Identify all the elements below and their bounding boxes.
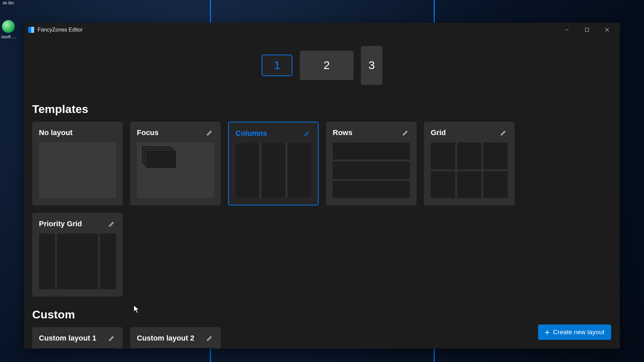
template-card-columns[interactable]: Columns xyxy=(228,122,319,205)
monitor-1-label: 1 xyxy=(274,59,280,72)
pencil-icon xyxy=(500,129,507,136)
svg-rect-1 xyxy=(585,28,589,32)
template-title: Focus xyxy=(137,128,159,137)
desktop-label-recycle: de Bin xyxy=(0,1,20,5)
edit-button-custom-2[interactable] xyxy=(205,334,214,343)
minimize-icon xyxy=(565,27,569,32)
create-new-layout-button[interactable]: + Create new layout xyxy=(538,324,611,340)
edit-button-grid[interactable] xyxy=(499,128,508,137)
edge-icon xyxy=(2,20,15,33)
monitor-3-label: 3 xyxy=(369,59,375,72)
pencil-icon xyxy=(108,335,115,342)
edit-button-rows[interactable] xyxy=(401,128,410,137)
template-title: Rows xyxy=(333,128,353,137)
close-button[interactable] xyxy=(597,23,617,37)
titlebar[interactable]: FancyZones Editor xyxy=(24,23,620,37)
monitor-2-label: 2 xyxy=(324,59,330,72)
close-icon xyxy=(605,27,609,32)
preview-no-layout xyxy=(39,142,116,198)
custom-heading: Custom xyxy=(32,308,612,321)
monitor-selector: 1 2 3 xyxy=(24,37,620,94)
custom-title: Custom layout 2 xyxy=(137,334,194,343)
template-card-priority-grid[interactable]: Priority Grid xyxy=(32,213,123,297)
custom-row: Custom layout 1 Custom layout 2 xyxy=(32,327,612,349)
content-area: Templates No layout Focus xyxy=(24,94,620,349)
pencil-icon xyxy=(206,129,213,136)
app-icon xyxy=(28,27,34,33)
template-title: No layout xyxy=(39,128,72,137)
monitor-2[interactable]: 2 xyxy=(300,51,354,80)
template-title: Grid xyxy=(431,128,446,137)
monitor-3[interactable]: 3 xyxy=(361,46,382,85)
window-title: FancyZones Editor xyxy=(38,27,83,33)
desktop-icon-edge[interactable]: osoft ... xyxy=(0,20,20,39)
fancyzones-editor-window: FancyZones Editor 1 2 3 Templates xyxy=(24,23,620,349)
minimize-button[interactable] xyxy=(557,23,577,37)
preview-rows xyxy=(333,142,410,198)
pencil-icon xyxy=(402,129,409,136)
desktop-icon-label: osoft ... xyxy=(1,34,16,39)
template-title: Columns xyxy=(235,129,267,138)
edit-button-custom-1[interactable] xyxy=(107,334,116,343)
template-card-grid[interactable]: Grid xyxy=(424,122,515,205)
edit-button-columns[interactable] xyxy=(303,129,311,138)
template-card-focus[interactable]: Focus xyxy=(130,122,221,205)
monitor-1[interactable]: 1 xyxy=(262,55,292,76)
templates-heading: Templates xyxy=(32,103,612,116)
preview-custom-2 xyxy=(137,348,214,349)
maximize-button[interactable] xyxy=(577,23,597,37)
custom-card-2[interactable]: Custom layout 2 xyxy=(130,327,221,349)
template-card-rows[interactable]: Rows xyxy=(326,122,417,205)
window-controls xyxy=(557,23,617,37)
preview-grid xyxy=(431,142,508,198)
plus-icon: + xyxy=(545,329,550,335)
edit-button-priority[interactable] xyxy=(107,220,116,228)
create-button-label: Create new layout xyxy=(553,328,604,336)
pencil-icon xyxy=(206,335,213,342)
pencil-icon xyxy=(108,221,115,227)
edit-button-focus[interactable] xyxy=(205,128,214,137)
desktop-label-recycle-text: de Bin xyxy=(3,1,14,5)
template-card-no-layout[interactable]: No layout xyxy=(32,122,123,205)
custom-card-1[interactable]: Custom layout 1 xyxy=(32,327,123,349)
templates-row: No layout Focus Columns xyxy=(32,122,612,297)
preview-priority xyxy=(39,234,116,289)
preview-columns xyxy=(235,143,311,197)
preview-custom-1 xyxy=(39,348,116,349)
template-title: Priority Grid xyxy=(39,220,82,228)
maximize-icon xyxy=(585,27,589,32)
pencil-icon xyxy=(304,130,310,137)
preview-focus xyxy=(137,142,214,198)
custom-title: Custom layout 1 xyxy=(39,334,96,343)
